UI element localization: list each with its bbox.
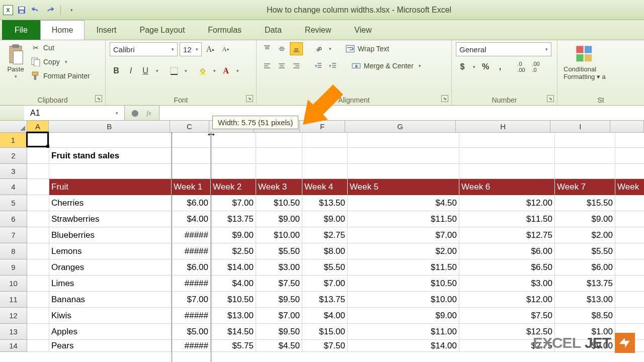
cell[interactable] <box>459 133 555 148</box>
comma-button[interactable]: , <box>494 60 507 73</box>
border-button[interactable] <box>168 64 181 77</box>
cell[interactable] <box>615 276 644 292</box>
cell[interactable] <box>172 148 211 164</box>
cell[interactable] <box>302 133 348 148</box>
save-button[interactable] <box>16 5 27 16</box>
cell[interactable]: $10.00 <box>348 292 459 308</box>
cell[interactable]: $5.50 <box>555 243 615 259</box>
cell[interactable]: Lemons <box>49 243 172 259</box>
cell[interactable] <box>615 164 644 179</box>
tab-review[interactable]: Review <box>293 20 343 40</box>
cell[interactable] <box>49 133 172 148</box>
cut-button[interactable]: ✂Cut <box>30 42 91 53</box>
row-header-7[interactable]: 7 <box>0 227 27 243</box>
cell[interactable]: ##### <box>172 276 211 292</box>
align-top-button[interactable] <box>261 42 274 55</box>
row-header-13[interactable]: 13 <box>0 324 27 340</box>
cell[interactable]: Blueberries <box>49 227 172 243</box>
number-launcher[interactable]: ⬊ <box>547 95 554 102</box>
cell[interactable]: Week 7 <box>555 179 615 195</box>
cell[interactable]: $4.00 <box>302 308 348 324</box>
alignment-launcher[interactable]: ⬊ <box>441 95 448 102</box>
row-header-1[interactable]: 1 <box>0 133 27 148</box>
cell[interactable] <box>615 259 644 276</box>
increase-indent-button[interactable] <box>327 59 340 72</box>
cell[interactable]: $12.75 <box>459 227 555 243</box>
italic-button[interactable]: I <box>124 64 137 77</box>
currency-dropdown[interactable]: ▾ <box>470 60 477 73</box>
underline-button[interactable]: U <box>139 64 152 77</box>
select-all-corner[interactable] <box>0 121 27 132</box>
redo-button[interactable] <box>44 5 55 16</box>
align-right-button[interactable] <box>290 59 303 72</box>
fill-color-dropdown[interactable]: ▾ <box>211 64 218 77</box>
cell[interactable]: $7.50 <box>459 308 555 324</box>
copy-button[interactable]: Copy▾ <box>30 56 91 67</box>
cell[interactable] <box>615 243 644 259</box>
column-header-B[interactable]: B <box>49 121 170 132</box>
row-header-6[interactable]: 6 <box>0 211 27 227</box>
cell[interactable]: $9.00 <box>348 308 459 324</box>
row-header-9[interactable]: 9 <box>0 259 27 276</box>
cell[interactable]: $9.00 <box>211 227 256 243</box>
cell[interactable] <box>615 133 644 148</box>
cell[interactable]: $15.00 <box>302 324 348 340</box>
cell[interactable]: $4.00 <box>211 276 256 292</box>
cell[interactable]: Fruit <box>49 179 172 195</box>
orientation-button[interactable]: ab <box>312 42 325 55</box>
tab-data[interactable]: Data <box>253 20 293 40</box>
cell[interactable]: $7.00 <box>172 292 211 308</box>
cell[interactable] <box>211 164 256 179</box>
cell[interactable] <box>348 133 459 148</box>
cell[interactable] <box>555 148 615 164</box>
cell[interactable] <box>27 211 49 227</box>
cell[interactable] <box>256 133 302 148</box>
fx-button[interactable]: fx <box>143 107 155 119</box>
cell[interactable]: $5.00 <box>172 324 211 340</box>
cell[interactable] <box>348 148 459 164</box>
cell[interactable]: $6.50 <box>459 259 555 276</box>
cell[interactable]: $9.50 <box>256 292 302 308</box>
row-header-12[interactable]: 12 <box>0 308 27 324</box>
cell[interactable]: Week 3 <box>256 179 302 195</box>
column-header-C[interactable]: C <box>170 121 209 132</box>
cell[interactable] <box>555 133 615 148</box>
cell[interactable]: $11.50 <box>348 259 459 276</box>
cell[interactable]: $5.50 <box>256 243 302 259</box>
name-box[interactable]: A1▾ <box>24 106 125 120</box>
cell[interactable] <box>27 276 49 292</box>
cell[interactable] <box>615 292 644 308</box>
cell[interactable]: $4.00 <box>172 211 211 227</box>
undo-button[interactable] <box>30 5 41 16</box>
qat-customize[interactable]: ▾ <box>66 5 77 16</box>
increase-decimal-button[interactable]: .0.00 <box>515 60 528 73</box>
align-center-button[interactable] <box>275 59 288 72</box>
cell[interactable]: $11.50 <box>348 211 459 227</box>
cell[interactable] <box>27 227 49 243</box>
cell[interactable]: $10.50 <box>256 195 302 211</box>
cell[interactable] <box>459 148 555 164</box>
cell[interactable]: $3.00 <box>459 276 555 292</box>
cell[interactable]: Week <box>615 179 644 195</box>
cell[interactable]: $10.50 <box>348 276 459 292</box>
cell[interactable]: $6.00 <box>172 259 211 276</box>
cell[interactable]: Week 2 <box>211 179 256 195</box>
cell[interactable]: Kiwis <box>49 308 172 324</box>
cell[interactable]: Cherries <box>49 195 172 211</box>
cell[interactable] <box>49 164 172 179</box>
cell[interactable]: $2.75 <box>302 227 348 243</box>
cell[interactable]: $10.00 <box>256 227 302 243</box>
cell[interactable]: $12.00 <box>459 195 555 211</box>
cell[interactable] <box>555 164 615 179</box>
cell[interactable] <box>615 227 644 243</box>
format-painter-button[interactable]: Format Painter <box>30 70 91 81</box>
cell[interactable] <box>615 211 644 227</box>
cell[interactable]: $5.50 <box>302 259 348 276</box>
cell[interactable]: $8.00 <box>302 243 348 259</box>
cells-area[interactable]: Fruit stand salesFruitWeek 1Week 2Week 3… <box>27 133 644 352</box>
column-header-I[interactable]: I <box>550 121 610 132</box>
cell[interactable]: $14.50 <box>211 324 256 340</box>
cell[interactable]: $4.50 <box>348 195 459 211</box>
cell[interactable] <box>27 133 49 148</box>
cell[interactable] <box>27 164 49 179</box>
